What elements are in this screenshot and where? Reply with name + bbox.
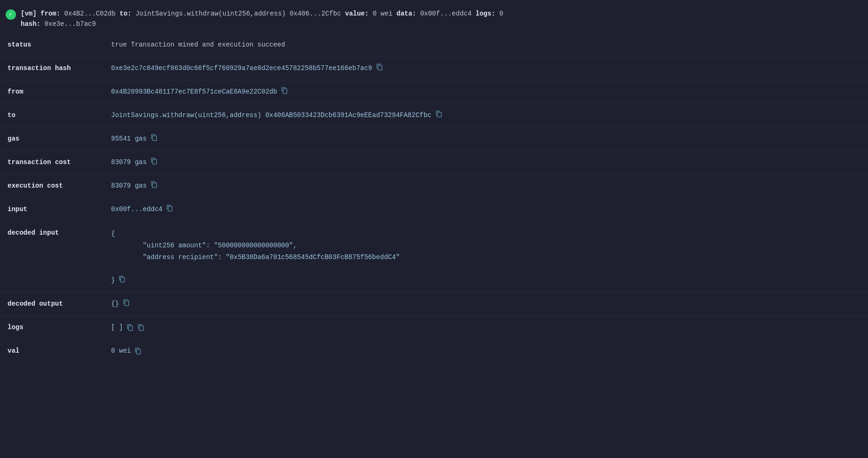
decoded-output-value: {} — [111, 299, 119, 309]
vm-hash-label: hash: — [21, 20, 40, 28]
from-label: from — [0, 80, 104, 103]
vm-to-value: JointSavings.withdraw(uint256,address) — [136, 10, 286, 17]
val-value: 0 wei — [111, 346, 131, 356]
status-value-cell: true Transaction mined and execution suc… — [111, 40, 860, 50]
transaction-cost-row: transaction cost 83079 gas — [0, 150, 868, 174]
logs-copy-icon-2[interactable] — [137, 324, 145, 331]
logs-value-cell: [ ] — [111, 323, 860, 332]
logs-label: logs — [0, 316, 104, 339]
input-value: 0x00f...eddc4 — [111, 205, 162, 214]
to-value: JointSavings.withdraw(uint256,address) 0… — [111, 111, 432, 120]
gas-row: gas 95541 gas — [0, 127, 868, 150]
execution-cost-row: execution cost 83079 gas — [0, 174, 868, 197]
to-label: to — [0, 103, 104, 127]
transaction-cost-value: 83079 gas — [111, 158, 147, 167]
vm-value-amount: 0 wei — [373, 10, 393, 17]
vm-value-label: value: — [345, 10, 369, 17]
input-label: input — [0, 197, 104, 221]
decoded-input-row: decoded input { "uint256 amount": "50000… — [0, 221, 868, 292]
from-value: 0x4B20993Bc481177ec7E8f571ceCaE8A9e22C02… — [111, 87, 277, 97]
vm-address: 0x406...2Cfbc — [289, 10, 341, 17]
input-row: input 0x00f...eddc4 — [0, 197, 868, 221]
decoded-input-copy-icon[interactable] — [119, 276, 126, 283]
val-label: val — [0, 339, 104, 363]
execution-cost-label: execution cost — [0, 174, 104, 197]
gas-value: 95541 gas — [111, 134, 147, 144]
success-check-icon — [6, 9, 16, 20]
vm-header: [vm] from: 0x4B2...C02db to: JointSaving… — [0, 5, 868, 33]
decoded-input-close-cell: } — [111, 276, 860, 285]
execution-cost-value-cell: 83079 gas — [111, 181, 860, 191]
decoded-input-recipient-key: "address recipient" — [143, 253, 218, 261]
val-value-cell: 0 wei — [111, 346, 860, 356]
vm-logs-label: logs: — [475, 10, 495, 17]
gas-copy-icon[interactable] — [151, 134, 158, 141]
decoded-input-amount-key: "uint256 amount" — [143, 242, 206, 249]
vm-from-value: 0x4B2...C02db — [64, 10, 115, 17]
transaction-hash-row: transaction hash 0xe3e2c7c849ecf863d0c66… — [0, 56, 868, 80]
logs-copy-icon-1[interactable] — [127, 324, 134, 331]
decoded-input-amount-val: "500000000000000000" — [214, 242, 293, 249]
vm-logs-value: 0 — [499, 10, 503, 17]
gas-value-cell: 95541 gas — [111, 134, 860, 144]
decoded-input-block: { "uint256 amount": "500000000000000000"… — [111, 228, 860, 276]
input-copy-icon[interactable] — [166, 205, 173, 212]
decoded-input-close-brace: } — [111, 276, 115, 285]
decoded-output-value-cell: {} — [111, 299, 860, 309]
decoded-input-recipient-val: "0x5B38Da6a701c568545dCfcB03FcB875f56bed… — [226, 253, 400, 261]
to-copy-icon[interactable] — [435, 111, 442, 118]
decoded-output-copy-icon[interactable] — [123, 299, 130, 306]
input-value-cell: 0x00f...eddc4 — [111, 205, 860, 214]
vm-data-label: data: — [396, 10, 416, 17]
to-value-cell: JointSavings.withdraw(uint256,address) 0… — [111, 111, 860, 120]
vm-data-value: 0x00f...eddc4 — [420, 10, 472, 17]
execution-cost-copy-icon[interactable] — [151, 181, 158, 188]
vm-to-label: to: — [120, 10, 131, 17]
from-row: from 0x4B20993Bc481177ec7E8f571ceCaE8A9e… — [0, 80, 868, 103]
execution-cost-value: 83079 gas — [111, 181, 147, 191]
transaction-hash-label: transaction hash — [0, 56, 104, 80]
gas-label: gas — [0, 127, 104, 150]
from-value-cell: 0x4B20993Bc481177ec7E8f571ceCaE8A9e22C02… — [111, 87, 860, 97]
transaction-hash-value-cell: 0xe3e2c7c849ecf863d0c66f5cf760929a7ae8d2… — [111, 63, 860, 73]
transaction-cost-label: transaction cost — [0, 150, 104, 174]
vm-from-label: from: — [40, 10, 60, 17]
vm-prefix: [vm] — [21, 10, 37, 17]
decoded-output-label: decoded output — [0, 292, 104, 316]
vm-hash-value: 0xe3e...b7ac9 — [44, 20, 96, 28]
vm-header-text: [vm] from: 0x4B2...C02db to: JointSaving… — [21, 8, 503, 30]
transaction-hash-value: 0xe3e2c7c849ecf863d0c66f5cf760929a7ae8d2… — [111, 63, 372, 73]
transaction-cost-value-cell: 83079 gas — [111, 158, 860, 167]
transaction-cost-copy-icon[interactable] — [151, 158, 158, 165]
status-label: status — [0, 33, 104, 57]
decoded-output-row: decoded output {} — [0, 292, 868, 316]
transaction-hash-copy-icon[interactable] — [376, 63, 383, 71]
logs-value: [ ] — [111, 323, 123, 332]
transaction-table: status true Transaction mined and execut… — [0, 33, 868, 363]
from-copy-icon[interactable] — [281, 87, 288, 94]
status-value: true Transaction mined and execution suc… — [111, 40, 285, 50]
decoded-input-label: decoded input — [0, 221, 104, 292]
status-row: status true Transaction mined and execut… — [0, 33, 868, 57]
to-row: to JointSavings.withdraw(uint256,address… — [0, 103, 868, 127]
val-copy-icon[interactable] — [135, 347, 142, 355]
logs-row: logs [ ] — [0, 316, 868, 339]
val-row: val 0 wei — [0, 339, 868, 363]
